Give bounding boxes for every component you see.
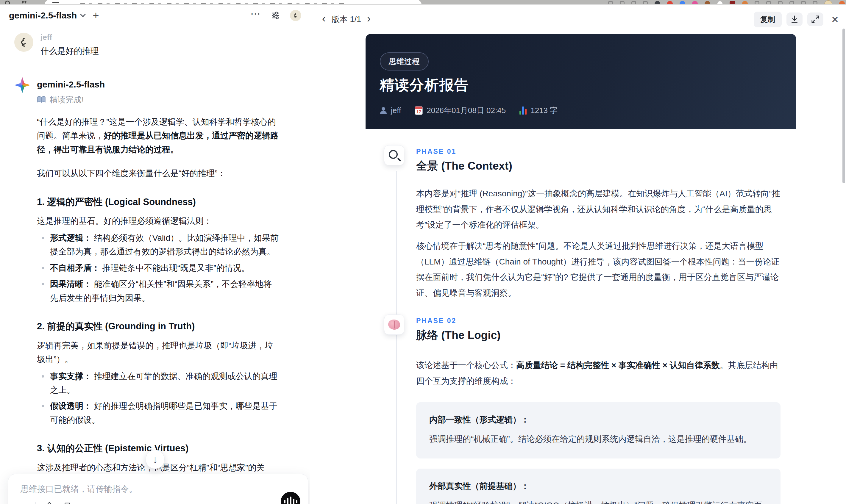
extension-blue-icon[interactable] — [680, 1, 685, 4]
gemini-star-icon — [14, 77, 30, 93]
attach-plus-icon[interactable]: + — [20, 501, 27, 504]
dimension-card: 内部一致性（形式逻辑）： 强调推理的“机械正确”。结论必须在给定的规则系统内逻辑… — [416, 402, 780, 459]
extension-dots-icon[interactable] — [813, 1, 817, 4]
extension-tool-icon[interactable] — [766, 1, 771, 4]
report-card: 思维过程 精读分析报告 jeff 17 2026年01月08日 02:45 12… — [366, 34, 796, 504]
download-button[interactable] — [787, 13, 803, 26]
meta-date: 17 2026年01月08日 02:45 — [415, 105, 506, 116]
settings-sliders-icon[interactable] — [271, 11, 280, 20]
report-body: PHASE 01 全景 (The Context) 本内容是对“推理 (Reas… — [366, 148, 796, 504]
assistant-message: gemini-2.5-flash 精读完成! “什么是好的推理？”这是一个涉及逻… — [14, 78, 293, 504]
browser-tab[interactable] — [45, 0, 422, 4]
toolbar-caret-icon[interactable] — [631, 1, 636, 4]
dimension-card: 外部真实性（前提基础）： 强调推理的“经验校准”。解决“GIGO（垃圾进，垃圾出… — [416, 469, 780, 504]
paragraph: “什么是好的推理？”这是一个涉及逻辑学、认知科学和哲学核心的问题。简单来说，好的… — [37, 115, 279, 157]
user-avatar[interactable] — [290, 10, 301, 21]
meta-author: jeff — [380, 106, 401, 115]
divider — [35, 502, 36, 504]
apps-grid-icon[interactable] — [21, 1, 27, 4]
extension-play-icon[interactable] — [778, 1, 782, 4]
report-header: 思维过程 精读分析报告 jeff 17 2026年01月08日 02:45 12… — [366, 34, 796, 129]
card-text: 强调推理的“经验校准”。解决“GIGO（垃圾进，垃圾出）”问题，确保推理引擎运行… — [429, 498, 768, 504]
message-list[interactable]: jeff 什么是好的推理 gemini-2.5-flash 精读完成! “什么是… — [0, 26, 310, 504]
user-avatar — [14, 33, 33, 52]
magnifier-icon — [384, 145, 404, 165]
expand-icon — [811, 15, 820, 24]
browser-top-strip — [0, 0, 846, 4]
assistant-model-name: gemini-2.5-flash — [37, 78, 293, 90]
prev-version-icon[interactable]: ‹ — [322, 13, 326, 25]
phase-paragraph: 核心情境在于解决“思考的随意性”问题。不论是人类通过批判性思维进行决策，还是大语… — [416, 238, 780, 301]
composer-placeholder[interactable]: 思维接口已就绪，请传输指令。 — [8, 474, 308, 495]
assistant-status: 精读完成! — [37, 94, 293, 105]
model-selector[interactable]: gemini-2.5-flash — [9, 11, 77, 20]
card-title: 内部一致性（形式逻辑）： — [429, 414, 768, 426]
profile-avatar[interactable] — [824, 0, 832, 4]
skills-diamonds-icon[interactable] — [45, 502, 54, 504]
report-viewer-panel: ‹ 版本 1/1 › 复制 × 思维过程 精读分析报告 — [310, 5, 846, 504]
extension-pin-icon[interactable] — [755, 1, 759, 4]
down-arrow-icon: ↓ — [153, 454, 158, 465]
thinking-process-badge: 思维过程 — [380, 52, 429, 71]
extension-pink-icon[interactable] — [692, 1, 698, 4]
version-label: 版本 1/1 — [332, 14, 361, 25]
edge-orange-icon[interactable] — [839, 1, 845, 4]
card-text: 强调推理的“机械正确”。结论必须在给定的规则系统内逻辑自洽，这是推理的硬件基础。 — [429, 431, 768, 447]
section-heading: 2. 前提的真实性 (Grounding in Truth) — [37, 319, 279, 334]
bullet-item: 事实支撑： 推理建立在可靠的数据、准确的观测或公认的真理之上。 — [37, 370, 279, 397]
composer-toolbar: + — [20, 501, 72, 504]
expand-button[interactable] — [807, 13, 823, 26]
extension-print-icon[interactable] — [790, 1, 794, 4]
message-composer[interactable]: 思维接口已就绪，请传输指令。 + — [8, 474, 309, 504]
bullet-item: 因果清晰： 能准确区分“相关性”和“因果关系”，不会轻率地将先后发生的事情归为因… — [37, 277, 279, 305]
card-title: 外部真实性（前提基础）： — [429, 481, 768, 492]
bullet-list: 事实支撑： 推理建立在可靠的数据、准确的观测或公认的真理之上。 假设透明： 好的… — [37, 370, 279, 427]
meta-wordcount: 1213 字 — [519, 105, 558, 116]
new-chat-button[interactable]: + — [92, 10, 99, 21]
phase-title: 全景 (The Context) — [416, 159, 780, 174]
dimension-cards: 内部一致性（形式逻辑）： 强调推理的“机械正确”。结论必须在给定的规则系统内逻辑… — [416, 402, 780, 504]
waveform-icon — [284, 500, 285, 503]
reload-icon[interactable] — [5, 1, 10, 4]
more-options-icon[interactable]: ⋯ — [250, 8, 261, 19]
extension-sync-icon[interactable] — [801, 1, 806, 4]
close-button[interactable]: × — [828, 13, 842, 26]
phase-label: PHASE 02 — [416, 317, 780, 325]
extension-dark-icon[interactable] — [655, 1, 660, 4]
report-meta: jeff 17 2026年01月08日 02:45 1213 字 — [380, 105, 558, 116]
extension-red-icon[interactable] — [667, 1, 673, 4]
bookmark-icon[interactable] — [63, 502, 72, 504]
toolbar-grid-icon[interactable] — [608, 1, 613, 4]
phase-label: PHASE 01 — [416, 148, 780, 156]
phase-section-1: PHASE 01 全景 (The Context) 本内容是对“推理 (Reas… — [366, 148, 780, 301]
close-icon: × — [831, 13, 838, 25]
next-version-icon[interactable]: › — [367, 13, 371, 25]
calendar-icon: 17 — [415, 106, 423, 115]
extension-panda-icon[interactable] — [717, 1, 723, 4]
brain-icon — [384, 314, 404, 335]
toolbar-pen-icon[interactable] — [620, 1, 624, 4]
extension-brown-icon[interactable] — [705, 1, 710, 4]
extension-darkred-icon[interactable] — [729, 1, 735, 4]
bullet-item: 形式逻辑： 结构必须有效（Valid）。比如演绎推理中，如果前提全部为真，那么通… — [37, 231, 279, 259]
person-icon — [380, 107, 387, 114]
bullet-list: 形式逻辑： 结构必须有效（Valid）。比如演绎推理中，如果前提全部为真，那么通… — [37, 231, 279, 305]
browser-extension-bar — [608, 0, 846, 4]
report-title: 精读分析报告 — [380, 76, 469, 95]
chevron-down-icon[interactable] — [81, 12, 86, 17]
scrollbar-thumb[interactable] — [842, 29, 845, 183]
copy-button[interactable]: 复制 — [754, 12, 782, 28]
phase-paragraph: 本内容是对“推理 (Reasoning)”这一抽象概念的高层建模。在知识爆炸与人… — [416, 186, 780, 233]
phase-section-2: PHASE 02 脉络 (The Logic) 该论述基于一个核心公式：高质量结… — [366, 317, 780, 389]
status-text: 精读完成! — [49, 94, 84, 105]
user-message-text: 什么是好的推理 — [40, 46, 99, 57]
toolbar-star-icon[interactable] — [643, 1, 648, 4]
scroll-to-bottom-button[interactable]: ↓ — [145, 450, 165, 469]
section-lead: 这是推理的基石。好的推理必须遵循逻辑法则： — [37, 214, 279, 228]
version-navigator: ‹ 版本 1/1 › — [322, 13, 371, 25]
extension-orange-icon[interactable] — [742, 1, 748, 4]
phase-title: 脉络 (The Logic) — [416, 328, 780, 343]
bullet-item: 不自相矛盾： 推理链条中不能出现“既是又非”的情况。 — [37, 261, 279, 275]
viewer-toolbar: ‹ 版本 1/1 › 复制 × — [322, 13, 842, 26]
book-icon — [37, 96, 46, 103]
